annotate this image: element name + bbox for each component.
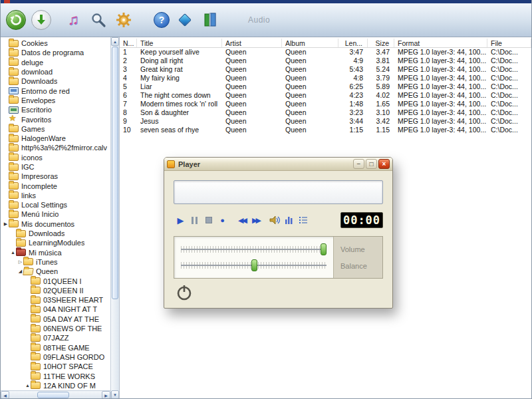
tree-item-local-settings[interactable]: Local Settings: [1, 200, 110, 209]
help-button[interactable]: ?: [154, 12, 170, 28]
column-header-album[interactable]: Album: [282, 39, 338, 47]
window-titlebar-strip[interactable]: [1, 0, 531, 3]
tree-item-envelopes[interactable]: Envelopes: [1, 96, 110, 105]
equalizer-button[interactable]: [282, 213, 296, 227]
track-row[interactable]: 5LiarQueenQueen6:255.89MPEG 1.0 layer-3:…: [120, 82, 531, 91]
tree-item-escritorio[interactable]: Escritorio: [1, 105, 110, 114]
tree-item-06news-of-the[interactable]: 06NEWS OF THE: [1, 324, 110, 333]
forward-button[interactable]: ▶▶: [249, 213, 263, 227]
tree-item-label: 10HOT SPACE: [43, 362, 93, 370]
tree-item-cookies[interactable]: Cookies: [1, 39, 110, 48]
tree-item-entorno-de-red[interactable]: Entorno de red: [1, 86, 110, 95]
tree-item-11the-works[interactable]: 11THE WORKS: [1, 371, 110, 380]
tree-item-http-3a-2f-2fmirror-calv[interactable]: http%3a%2f%2fmirror.calv: [1, 143, 110, 152]
tree-expander-icon[interactable]: ▷: [17, 259, 23, 265]
tree-item-10hot-space[interactable]: 10HOT SPACE: [1, 362, 110, 371]
tree-item-links[interactable]: links: [1, 191, 110, 200]
tree-item-queen[interactable]: ◢Queen: [1, 267, 110, 276]
track-row[interactable]: 2Doing all rightQueenQueen4:93.81MPEG 1.…: [120, 57, 531, 65]
tree-item-02queen-ii[interactable]: 02QUEEN II: [1, 286, 110, 295]
tree-item-12a-kind-of-m[interactable]: ▲12A KIND OF M: [1, 381, 110, 390]
pause-button[interactable]: [188, 213, 201, 227]
scroll-up-arrow-icon[interactable]: ▲: [111, 37, 119, 46]
tree-item-label: 01QUEEN I: [43, 277, 81, 285]
maximize-button[interactable]: □: [366, 159, 377, 169]
tree-expander-icon[interactable]: ▶: [3, 221, 9, 227]
about-button[interactable]: [175, 10, 195, 30]
folder-icon: [9, 192, 19, 199]
tree-item-favoritos[interactable]: Favoritos: [1, 114, 110, 124]
tree-item-games[interactable]: Games: [1, 124, 110, 134]
tree-item-03sheer-heart[interactable]: 03SHEER HEART: [1, 295, 110, 305]
track-row[interactable]: 9JesusQueenQueen3:443.42MPEG 1.0 layer-3…: [120, 117, 531, 126]
tree-item-downloads[interactable]: Downloads: [1, 229, 110, 238]
close-button[interactable]: ×: [378, 159, 390, 169]
tree-item-09flash-gordo[interactable]: 09FLASH GORDO: [1, 352, 110, 362]
tree-item-datos-de-programa[interactable]: Datos de programa: [1, 48, 110, 57]
mute-button[interactable]: [268, 213, 282, 227]
track-row[interactable]: 6The night comes downQueenQueen4:234.02M…: [120, 91, 531, 100]
player-titlebar[interactable]: Player − □ ×: [164, 158, 392, 171]
tree-item-men-inicio[interactable]: Menú Inicio: [1, 209, 110, 219]
tree-item-iconos[interactable]: iconos: [1, 153, 110, 162]
tree-item-label: Incomplete: [21, 182, 57, 190]
music-button[interactable]: ♫: [63, 10, 83, 30]
volume-slider-thumb[interactable]: [321, 243, 327, 255]
play-button[interactable]: ▶: [174, 213, 188, 227]
column-header-size[interactable]: Size: [368, 39, 394, 47]
column-header-len[interactable]: Len...: [338, 39, 368, 47]
tree-expander-icon[interactable]: ▲: [25, 383, 31, 388]
tree-expander-icon[interactable]: ▲: [10, 250, 16, 255]
rewind-button[interactable]: ◀◀: [235, 213, 249, 227]
minimize-button[interactable]: −: [353, 159, 364, 169]
tree-item-impresoras[interactable]: Impresoras: [1, 172, 110, 181]
library-button[interactable]: [200, 10, 220, 30]
playlist-button[interactable]: [296, 213, 310, 227]
volume-slider[interactable]: [181, 243, 327, 255]
tree-item-download[interactable]: download: [1, 67, 110, 76]
track-row[interactable]: 10seven seas of rhyeQueenQueen1:151.15MP…: [120, 126, 531, 134]
download-button[interactable]: [31, 10, 51, 30]
stop-button[interactable]: [201, 213, 215, 227]
track-row[interactable]: 4My fairy kingQueenQueen4:83.79MPEG 1.0 …: [120, 74, 531, 82]
tree-item-mi-m-sica[interactable]: ▲Mi música: [1, 248, 110, 257]
column-header-artist[interactable]: Artist: [222, 39, 282, 47]
tree-item-mis-documentos[interactable]: ▶Mis documentos: [1, 219, 110, 229]
tree-item-itunes[interactable]: ▷iTunes: [1, 257, 110, 267]
cell: 3.47: [368, 48, 394, 57]
record-button[interactable]: ●: [215, 213, 229, 227]
tree-item-learningmodules[interactable]: LearningModules: [1, 238, 110, 247]
column-header-n[interactable]: N...: [120, 39, 137, 47]
tree-item-downloads[interactable]: Downloads: [1, 76, 110, 86]
horizontal-scroll-thumb[interactable]: [37, 392, 69, 398]
balance-slider[interactable]: [181, 259, 327, 271]
track-row[interactable]: 3Great king ratQueenQueen5:435.24MPEG 1.…: [120, 65, 531, 74]
scroll-left-arrow-icon[interactable]: ◀: [1, 391, 9, 399]
settings-button[interactable]: [114, 10, 134, 30]
power-button[interactable]: [175, 284, 194, 303]
tree-item-halogenware[interactable]: HalogenWare: [1, 134, 110, 143]
search-button[interactable]: [88, 10, 108, 30]
tree-item-01queen-i[interactable]: 01QUEEN I: [1, 276, 110, 285]
sidebar-horizontal-scrollbar[interactable]: ◀ ▶: [1, 390, 110, 399]
column-header-file[interactable]: File: [487, 39, 531, 47]
track-row[interactable]: 7Modern times rock 'n' rollQueenQueen1:4…: [120, 100, 531, 108]
tree-item-04a-night-at-t[interactable]: 04A NIGHT AT T: [1, 305, 110, 314]
scroll-right-arrow-icon[interactable]: ▶: [102, 391, 110, 399]
sidebar-vertical-scrollbar[interactable]: ▲ ▼: [110, 37, 119, 399]
tree-item-incomplete[interactable]: Incomplete: [1, 181, 110, 190]
column-header-title[interactable]: Title: [137, 39, 222, 47]
track-row[interactable]: 8Son & daughterQueenQueen3:233.10MPEG 1.…: [120, 108, 531, 117]
balance-slider-thumb[interactable]: [251, 259, 257, 271]
column-header-format[interactable]: Format: [394, 39, 487, 47]
refresh-button[interactable]: [6, 10, 26, 30]
tree-item-deluge[interactable]: deluge: [1, 58, 110, 67]
tree-item-05a-day-at-the[interactable]: 05A DAY AT THE: [1, 315, 110, 324]
track-row[interactable]: 1Keep yourself aliveQueenQueen3:473.47MP…: [120, 48, 531, 57]
tree-item-07jazz[interactable]: 07JAZZ: [1, 333, 110, 342]
scroll-down-arrow-icon[interactable]: ▼: [111, 390, 119, 399]
vertical-scroll-thumb[interactable]: [112, 47, 118, 299]
volume-slider-track[interactable]: [181, 249, 327, 250]
tree-item-08the-game[interactable]: 08THE GAME: [1, 343, 110, 352]
tree-item-igc[interactable]: IGC: [1, 162, 110, 172]
